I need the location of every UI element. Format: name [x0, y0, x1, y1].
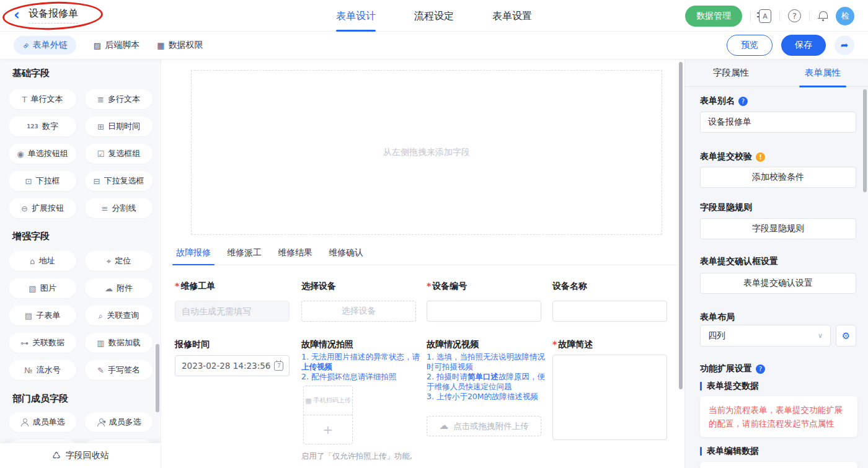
sidebar-item-single-line-text[interactable]: T 单行文本: [9, 89, 76, 109]
tab-form-properties[interactable]: 表单属性: [777, 60, 868, 86]
sidebar-scrollbar-thumb[interactable]: [156, 344, 159, 412]
form-dropzone[interactable]: 从左侧拖拽来添加字段: [191, 70, 662, 235]
question-icon[interactable]: ?: [756, 364, 765, 374]
sidebar-item-data-load[interactable]: ▥ 数据加载: [85, 333, 153, 353]
bar-chart-icon: ▥: [97, 339, 104, 347]
share-button[interactable]: ➦: [835, 35, 854, 55]
sidebar-item-image[interactable]: ▧ 图片: [9, 278, 76, 298]
sidebar-item-address[interactable]: ⌂ 地址: [9, 251, 76, 271]
scan-upload-button[interactable]: ▦ 手机扫码上传: [304, 386, 352, 415]
required-asterisk: *: [175, 281, 179, 291]
layout-settings-button[interactable]: ⚙: [836, 325, 856, 347]
sidebar-item-radio-group[interactable]: ◉ 单选按钮组: [9, 144, 76, 164]
dropdown-icon: ⊡: [25, 177, 32, 185]
sidebar-item-dropdown[interactable]: ⊡ 下拉框: [9, 171, 76, 191]
add-check-condition-button[interactable]: 添加校验条件: [700, 167, 856, 188]
panel-scrollbar-thumb[interactable]: [863, 89, 867, 192]
warning-line: 当前为流程表单，表单提交功能扩展: [709, 403, 849, 417]
preview-button[interactable]: 预览: [727, 35, 773, 56]
tab-form-design[interactable]: 表单设计: [336, 0, 376, 32]
calendar-icon: ⊞: [97, 123, 104, 131]
data-permission-button[interactable]: ▦ 数据权限: [157, 40, 203, 51]
sidebar-item-signature[interactable]: ✎ 手写签名: [85, 360, 153, 380]
sidebar-item-attachment[interactable]: ☁ 附件: [85, 278, 153, 298]
pill-button-icon: ⊖: [21, 205, 28, 213]
sidebar-item-member-multi[interactable]: 成员多选: [85, 412, 153, 432]
people-icon: [97, 418, 105, 426]
tab-repair-result[interactable]: 维修结果: [278, 247, 312, 265]
button-label: 表单提交确认设置: [743, 278, 813, 289]
item-label: 地址: [39, 255, 55, 267]
data-manage-button[interactable]: 数据管理: [685, 6, 742, 27]
sidebar-item-multi-dropdown[interactable]: ⊟ 下拉复选框: [85, 171, 153, 191]
sidebar-item-checkbox-group[interactable]: ☑ 复选框组: [85, 144, 153, 164]
label-text: 功能扩展设置: [700, 363, 752, 374]
item-label: 下拉框: [35, 175, 60, 187]
tab-repair-confirm[interactable]: 维修确认: [329, 247, 363, 265]
contacts-icon[interactable]: [759, 9, 771, 23]
sidebar-item-member-single[interactable]: 成员单选: [9, 412, 76, 432]
fault-video-hints: 1. 选填，当拍照无法说明故障情况 时可拍摄视频 2. 拍摄时请简单口述故障原因…: [427, 352, 549, 402]
form-external-link-button[interactable]: ∞ 表单外链: [14, 36, 76, 55]
submit-data-section-title: 表单提交数据: [700, 381, 759, 392]
tab-form-setting[interactable]: 表单设置: [492, 0, 532, 32]
search-icon: ⌕: [99, 312, 103, 320]
save-button[interactable]: 保存: [781, 35, 826, 56]
attachment-upload-button[interactable]: ☁ ↑ 点击或拖拽附件上传: [427, 416, 541, 436]
hint-line: 2. 拍摄时请简单口述故障原因，便: [427, 372, 549, 382]
basic-fields-grid: T 单行文本 ≣ 多行文本 123 数字 ⊞ 日期时间 ◉ 单选按钮组 ☑ 复选…: [9, 89, 153, 218]
sidebar-item-relation-query[interactable]: ⌕ 关联查询: [85, 306, 153, 325]
field-library-sidebar: 基础字段 T 单行文本 ≣ 多行文本 123 数字 ⊞ 日期时间 ◉ 单选按钮组…: [0, 60, 161, 468]
sidebar-item-divider-line[interactable]: ≡ 分割线: [85, 198, 153, 218]
photo-upload-widget[interactable]: ▦ 手机扫码上传 +: [303, 386, 353, 444]
number-icon: 123: [27, 124, 38, 130]
back-icon[interactable]: ‹: [14, 7, 20, 22]
field-label-select-device: 选择设备: [301, 281, 336, 292]
work-order-input[interactable]: [175, 301, 290, 322]
item-label: 关联查询: [107, 310, 139, 321]
required-asterisk: *: [427, 281, 431, 291]
submit-confirm-button[interactable]: 表单提交确认设置: [700, 273, 856, 294]
tab-field-properties[interactable]: 字段属性: [685, 60, 777, 86]
field-label-device-code: *设备编号: [427, 281, 467, 292]
form-alias-input[interactable]: [700, 112, 856, 133]
item-label: 下拉复选框: [104, 175, 144, 187]
device-name-input[interactable]: [552, 301, 667, 322]
item-label: 数据加载: [108, 337, 141, 348]
device-code-input[interactable]: [427, 301, 541, 322]
fault-desc-textarea[interactable]: [552, 355, 667, 440]
sidebar-item-serial-number[interactable]: № 流水号: [9, 360, 76, 380]
help-icon[interactable]: ?: [788, 9, 801, 22]
tab-fault-report[interactable]: 故障报修: [176, 247, 211, 265]
backend-script-button[interactable]: ▨ 后端脚本: [94, 40, 140, 51]
tab-flow-setting[interactable]: 流程设定: [414, 0, 454, 32]
field-label-fault-photo: 故障情况拍照: [301, 339, 353, 350]
item-label: 复选框组: [108, 148, 140, 159]
avatar[interactable]: 检: [836, 7, 854, 25]
notifications-bell-icon[interactable]: [818, 11, 828, 21]
sidebar-item-datetime[interactable]: ⊞ 日期时间: [85, 117, 153, 136]
question-icon[interactable]: ?: [738, 97, 748, 106]
field-recycle-bin[interactable]: ♺ 字段回收站: [0, 443, 161, 468]
layout-select[interactable]: 四列 ∨: [700, 325, 831, 347]
chain-link-icon: ⊶: [20, 339, 29, 347]
add-photo-button[interactable]: +: [304, 415, 352, 444]
form-step-tabs: 故障报修 维修派工 维修结果 维修确认: [169, 247, 678, 265]
calendar-day: 7: [277, 363, 281, 369]
label-text: 故障情况拍照: [301, 339, 353, 349]
label-text: 表单布局: [700, 312, 735, 323]
canvas-scrollbar-thumb[interactable]: [679, 62, 683, 389]
select-device-button[interactable]: 选择设备: [301, 301, 416, 322]
tab-repair-dispatch[interactable]: 维修派工: [227, 247, 262, 265]
sidebar-item-relation-data[interactable]: ⊶ 关联数据: [9, 333, 76, 353]
sidebar-item-extend-button[interactable]: ⊖ 扩展按钮: [9, 198, 76, 218]
item-label: 成员单选: [33, 417, 65, 428]
sidebar-item-number[interactable]: 123 数字: [9, 117, 76, 136]
sidebar-item-location[interactable]: ⌖ 定位: [85, 251, 153, 271]
hint-line: 2. 配件损坏信息请详细拍照: [301, 372, 424, 382]
visibility-rule-button[interactable]: 字段显隐规则: [700, 218, 856, 239]
warning-icon[interactable]: !: [756, 152, 765, 162]
sidebar-item-multi-line-text[interactable]: ≣ 多行文本: [85, 89, 153, 109]
sidebar-item-subform[interactable]: ▤ 子表单: [9, 306, 76, 325]
report-time-picker[interactable]: 2023-02-28 14:23:56 7: [175, 355, 290, 376]
